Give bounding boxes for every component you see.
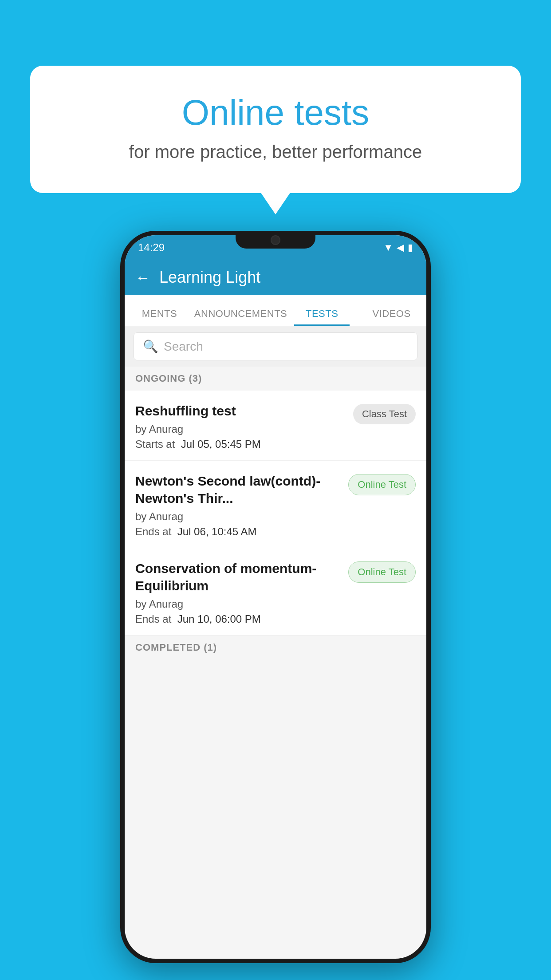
test-item-2[interactable]: Newton's Second law(contd)-Newton's Thir… bbox=[125, 461, 426, 548]
wifi-icon: ▼ bbox=[383, 242, 393, 253]
tabs-bar: MENTS ANNOUNCEMENTS TESTS VIDEOS bbox=[125, 295, 426, 326]
status-icons: ▼ ◀ ▮ bbox=[383, 242, 413, 253]
signal-icon: ◀ bbox=[397, 242, 404, 253]
test-author-3: by Anurag bbox=[135, 598, 344, 610]
test-item-3[interactable]: Conservation of momentum-Equilibrium by … bbox=[125, 548, 426, 636]
tab-videos[interactable]: VIDEOS bbox=[357, 308, 426, 326]
bubble-title: Online tests bbox=[57, 92, 494, 133]
speech-bubble: Online tests for more practice, better p… bbox=[30, 66, 521, 193]
test-time-2: Ends at Jul 06, 10:45 AM bbox=[135, 526, 344, 538]
phone-notch bbox=[236, 231, 315, 249]
phone-frame: 14:29 ▼ ◀ ▮ ← Learning Light MENTS ANNOU… bbox=[120, 231, 431, 963]
test-time-value-2: Jul 06, 10:45 AM bbox=[177, 526, 257, 537]
test-info-2: Newton's Second law(contd)-Newton's Thir… bbox=[135, 472, 344, 538]
app-title: Learning Light bbox=[159, 268, 260, 287]
test-time-value-3: Jun 10, 06:00 PM bbox=[177, 613, 261, 625]
phone-screen: 14:29 ▼ ◀ ▮ ← Learning Light MENTS ANNOU… bbox=[125, 235, 426, 959]
test-author-2: by Anurag bbox=[135, 510, 344, 523]
search-bar: 🔍 Search bbox=[125, 326, 426, 367]
test-name-1: Reshuffling test bbox=[135, 402, 349, 419]
search-placeholder: Search bbox=[164, 340, 203, 354]
phone-camera bbox=[271, 235, 280, 245]
test-time-3: Ends at Jun 10, 06:00 PM bbox=[135, 613, 344, 625]
test-time-value-1: Jul 05, 05:45 PM bbox=[181, 438, 261, 450]
test-name-2: Newton's Second law(contd)-Newton's Thir… bbox=[135, 472, 344, 507]
test-list: Reshuffling test by Anurag Starts at Jul… bbox=[125, 391, 426, 636]
battery-icon: ▮ bbox=[408, 242, 413, 253]
app-header: ← Learning Light bbox=[125, 260, 426, 295]
badge-online-test-2: Online Test bbox=[348, 474, 416, 495]
test-item[interactable]: Reshuffling test by Anurag Starts at Jul… bbox=[125, 391, 426, 461]
search-input-container[interactable]: 🔍 Search bbox=[134, 332, 417, 360]
test-info-3: Conservation of momentum-Equilibrium by … bbox=[135, 560, 344, 625]
completed-section-label: COMPLETED (1) bbox=[125, 636, 426, 660]
search-icon: 🔍 bbox=[143, 339, 158, 354]
test-info-1: Reshuffling test by Anurag Starts at Jul… bbox=[135, 402, 349, 450]
test-name-3: Conservation of momentum-Equilibrium bbox=[135, 560, 344, 594]
test-author-1: by Anurag bbox=[135, 423, 349, 435]
badge-class-test-1: Class Test bbox=[353, 404, 416, 424]
tab-announcements[interactable]: ANNOUNCEMENTS bbox=[194, 308, 287, 326]
back-button[interactable]: ← bbox=[135, 269, 150, 286]
tab-tests[interactable]: TESTS bbox=[287, 308, 357, 326]
badge-online-test-3: Online Test bbox=[348, 561, 416, 583]
status-time: 14:29 bbox=[138, 241, 165, 254]
phone-wrapper: 14:29 ▼ ◀ ▮ ← Learning Light MENTS ANNOU… bbox=[120, 231, 431, 963]
tab-ments[interactable]: MENTS bbox=[125, 308, 194, 326]
ongoing-section-label: ONGOING (3) bbox=[125, 367, 426, 391]
bubble-subtitle: for more practice, better performance bbox=[57, 142, 494, 162]
test-time-1: Starts at Jul 05, 05:45 PM bbox=[135, 438, 349, 450]
